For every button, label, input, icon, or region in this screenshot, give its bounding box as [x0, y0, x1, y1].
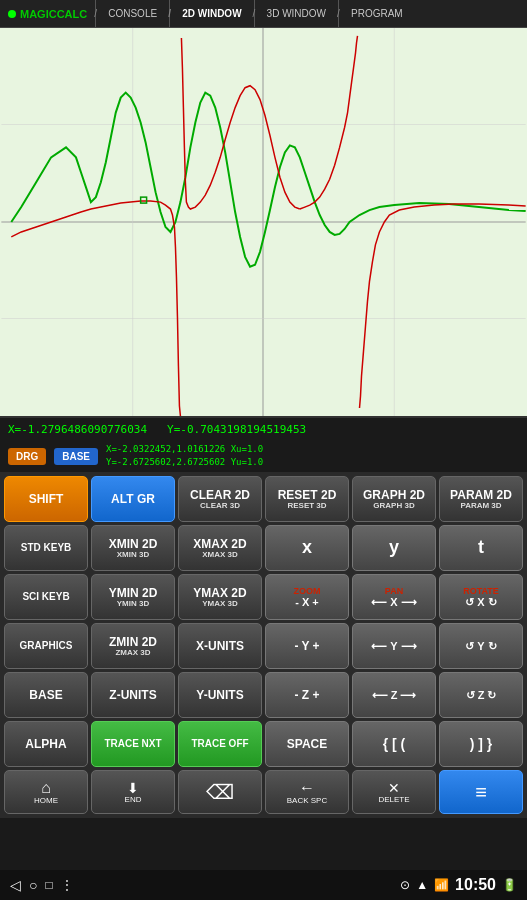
zmin-button[interactable]: ZMIN 2D ZMAX 3D: [91, 623, 175, 669]
end-button[interactable]: ⬇ END: [91, 770, 175, 814]
shift-button[interactable]: SHIFT: [4, 476, 88, 522]
xmin-button[interactable]: XMIN 2D XMIN 3D: [91, 525, 175, 571]
sci-keyb-button[interactable]: SCI KEYB: [4, 574, 88, 620]
rotate-y-button[interactable]: ↺ Y ↻: [439, 623, 523, 669]
y-units-button[interactable]: Y-UNITS: [178, 672, 262, 718]
signal-icon: ▲: [416, 878, 428, 892]
y-coord: Y=-0.7043198194519453: [167, 423, 306, 436]
top-header: MAGICCALC CONSOLE 2D WINDOW 3D WINDOW PR…: [0, 0, 527, 28]
x-var-button[interactable]: x: [265, 525, 349, 571]
menu-button[interactable]: ≡: [439, 770, 523, 814]
space-button[interactable]: SPACE: [265, 721, 349, 767]
graph-button[interactable]: GRAPH 2D GRAPH 3D: [352, 476, 436, 522]
gps-icon: ⊙: [400, 878, 410, 892]
wifi-icon: 📶: [434, 878, 449, 892]
alpha-button[interactable]: ALPHA: [4, 721, 88, 767]
reset-button[interactable]: RESET 2D RESET 3D: [265, 476, 349, 522]
clock: 10:50: [455, 876, 496, 894]
app-name: MAGICCALC: [20, 8, 87, 20]
app-logo: MAGICCALC: [0, 8, 95, 20]
ymax-button[interactable]: YMAX 2D YMAX 3D: [178, 574, 262, 620]
trace-off-button[interactable]: TRACE OFF: [178, 721, 262, 767]
base-button[interactable]: BASE: [54, 448, 98, 465]
backspace-button[interactable]: ⌫: [178, 770, 262, 814]
pan-x-button[interactable]: PAN ⟵ X ⟶: [352, 574, 436, 620]
rotate-z-button[interactable]: ↺ Z ↻: [439, 672, 523, 718]
home-button[interactable]: ⌂ HOME: [4, 770, 88, 814]
logo-dot: [8, 10, 16, 18]
status-right: ⊙ ▲ 📶 10:50 🔋: [400, 876, 517, 894]
pan-z-button[interactable]: ⟵ Z ⟶: [352, 672, 436, 718]
base2-button[interactable]: BASE: [4, 672, 88, 718]
close-bracket-button[interactable]: ) ] }: [439, 721, 523, 767]
keyboard-area: SHIFT ALT GR CLEAR 2D CLEAR 3D RESET 2D …: [0, 472, 527, 818]
tab-program[interactable]: PROGRAM: [338, 0, 415, 27]
info-bar: DRG BASE X=-2.0322452,1.0161226 Xu=1.0 Y…: [0, 440, 527, 472]
graph-container: [0, 28, 527, 418]
zoom-y-button[interactable]: - Y +: [265, 623, 349, 669]
graph-svg: [0, 28, 527, 416]
battery-icon: 🔋: [502, 878, 517, 892]
coord-display: X=-1.2796486090776034 Y=-0.7043198194519…: [0, 418, 527, 440]
zoom-z-button[interactable]: - Z +: [265, 672, 349, 718]
back-nav-icon[interactable]: ◁: [10, 877, 21, 893]
trace-nxt-button[interactable]: TRACE NXT: [91, 721, 175, 767]
nav-tabs: CONSOLE 2D WINDOW 3D WINDOW PROGRAM: [95, 0, 527, 27]
status-left: ◁ ○ □ ⋮: [10, 877, 73, 893]
z-units-button[interactable]: Z-UNITS: [91, 672, 175, 718]
xmax-button[interactable]: XMAX 2D XMAX 3D: [178, 525, 262, 571]
tab-2d-window[interactable]: 2D WINDOW: [169, 0, 253, 27]
open-bracket-button[interactable]: { [ (: [352, 721, 436, 767]
altgr-button[interactable]: ALT GR: [91, 476, 175, 522]
pan-y-button[interactable]: ⟵ Y ⟶: [352, 623, 436, 669]
x-units-button[interactable]: X-UNITS: [178, 623, 262, 669]
x-coord: X=-1.2796486090776034: [8, 423, 147, 436]
coord-info: X=-2.0322452,1.0161226 Xu=1.0 Y=-2.67256…: [106, 443, 263, 468]
tab-console[interactable]: CONSOLE: [95, 0, 169, 27]
drg-button[interactable]: DRG: [8, 448, 46, 465]
recent-nav-icon[interactable]: □: [45, 878, 52, 892]
clear-button[interactable]: CLEAR 2D CLEAR 3D: [178, 476, 262, 522]
zoom-x-button[interactable]: ZOOM - X +: [265, 574, 349, 620]
delete-button[interactable]: ✕ DELETE: [352, 770, 436, 814]
std-keyb-button[interactable]: STD KEYB: [4, 525, 88, 571]
status-bar: ◁ ○ □ ⋮ ⊙ ▲ 📶 10:50 🔋: [0, 870, 527, 900]
t-var-button[interactable]: t: [439, 525, 523, 571]
home-nav-icon[interactable]: ○: [29, 877, 37, 893]
tab-3d-window[interactable]: 3D WINDOW: [254, 0, 338, 27]
param-button[interactable]: PARAM 2D PARAM 3D: [439, 476, 523, 522]
more-icon[interactable]: ⋮: [61, 878, 73, 892]
ymin-button[interactable]: YMIN 2D YMIN 3D: [91, 574, 175, 620]
y-var-button[interactable]: y: [352, 525, 436, 571]
graphics-button[interactable]: GRAPHICS: [4, 623, 88, 669]
rotate-x-button[interactable]: ROTATE ↺ X ↻: [439, 574, 523, 620]
back-spc-button[interactable]: ← BACK SPC: [265, 770, 349, 814]
